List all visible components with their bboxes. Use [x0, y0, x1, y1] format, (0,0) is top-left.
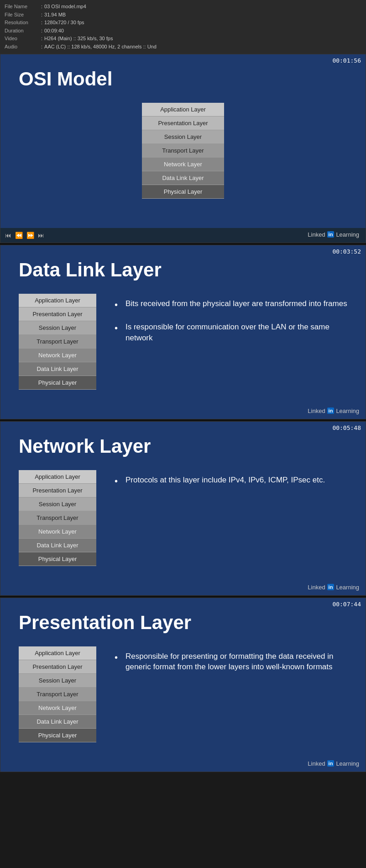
osi-layer-data-link-layer: Data Link Layer — [19, 539, 96, 552]
linkedin-badge-3: Linked in Learning — [308, 584, 359, 591]
slide4-body: Application LayerPresentation LayerSessi… — [19, 646, 347, 742]
osi-layer-data-link-layer: Data Link Layer — [142, 171, 224, 185]
linkedin-badge-2: Linked in Learning — [308, 408, 359, 414]
learning-text-4: Learning — [336, 760, 359, 767]
learning-text: Learning — [336, 231, 359, 238]
learning-text-3: Learning — [336, 584, 359, 591]
osi-layer-physical-layer: Physical Layer — [19, 376, 96, 390]
timestamp-slide1: 00:01:56 — [332, 57, 361, 64]
slide4-content: Presentation Layer Application LayerPres… — [0, 598, 366, 772]
osi-layer-transport-layer: Transport Layer — [142, 144, 224, 158]
filename-label: File Name — [5, 3, 41, 11]
resolution-label: Resolution — [5, 19, 41, 27]
osi-layer-network-layer: Network Layer — [19, 701, 96, 715]
duration-value: 00:09:40 — [44, 27, 158, 35]
filesize-label: File Size — [5, 11, 41, 19]
osi-layer-presentation-layer: Presentation Layer — [19, 307, 96, 321]
slide3-content: Network Layer Application LayerPresentat… — [0, 422, 366, 595]
osi-layer-transport-layer: Transport Layer — [19, 335, 96, 349]
slide2-body: Application LayerPresentation LayerSessi… — [19, 294, 347, 390]
slide-data-link: 00:03:52 Data Link Layer Application Lay… — [0, 245, 366, 419]
audio-label: Audio — [5, 43, 41, 51]
osi-layer-network-layer: Network Layer — [142, 158, 224, 171]
filesize-value: 31.94 MB — [44, 11, 158, 19]
osi-layer-physical-layer: Physical Layer — [142, 185, 224, 199]
slide4-title: Presentation Layer — [19, 612, 347, 634]
osi-layer-transport-layer: Transport Layer — [19, 688, 96, 701]
slide2-bullets: Bits received from the physical layer ar… — [115, 298, 347, 356]
slide4-bullets: Responsible for presenting or formatting… — [115, 651, 347, 686]
linkedin-in-badge-4: in — [327, 760, 335, 767]
bullet-item-1: Is responsible for communication over th… — [115, 322, 347, 344]
slide3-title: Network Layer — [19, 435, 347, 457]
bullet-item-0: Bits received from the physical layer ar… — [115, 298, 347, 309]
linkedin-text: Linked — [308, 231, 325, 238]
slide2-content: Data Link Layer Application LayerPresent… — [0, 245, 366, 419]
control-icon-2[interactable]: ⏪ — [15, 232, 23, 239]
linkedin-text-4: Linked — [308, 760, 325, 767]
linkedin-in-badge-2: in — [327, 408, 335, 414]
osi-layer-session-layer: Session Layer — [19, 674, 96, 688]
resolution-value: 1280x720 / 30 fps — [44, 19, 158, 27]
slide-osi-model: 00:01:56 OSI Model Application LayerPres… — [0, 54, 366, 243]
learning-text-2: Learning — [336, 408, 359, 414]
osi-layer-application-layer: Application Layer — [142, 103, 224, 116]
linkedin-text-3: Linked — [308, 584, 325, 591]
osi-layer-network-layer: Network Layer — [19, 349, 96, 362]
slide1-title: OSI Model — [19, 68, 347, 90]
linkedin-text-2: Linked — [308, 408, 325, 414]
linkedin-badge-1: Linked in Learning — [308, 231, 359, 238]
slide3-body: Application LayerPresentation LayerSessi… — [19, 470, 347, 566]
linkedin-in-badge-3: in — [327, 584, 335, 590]
timestamp-slide3: 00:05:48 — [332, 424, 361, 431]
osi-layer-session-layer: Session Layer — [142, 130, 224, 144]
osi-stack-slide3: Application LayerPresentation LayerSessi… — [19, 470, 96, 566]
osi-stack-slide4: Application LayerPresentation LayerSessi… — [19, 646, 96, 742]
bullet-item-0: Protocols at this layer include IPv4, IP… — [115, 475, 325, 486]
linkedin-in-badge: in — [327, 231, 335, 238]
slide2-title: Data Link Layer — [19, 259, 347, 281]
filename-value: 03 OSI model.mp4 — [44, 3, 158, 11]
osi-layer-transport-layer: Transport Layer — [19, 511, 96, 525]
video-label: Video — [5, 35, 41, 43]
osi-layer-presentation-layer: Presentation Layer — [19, 484, 96, 498]
osi-layer-session-layer: Session Layer — [19, 321, 96, 335]
audio-value: AAC (LC) :: 128 kb/s, 48000 Hz, 2 channe… — [44, 43, 158, 51]
osi-layer-physical-layer: Physical Layer — [19, 729, 96, 742]
osi-layer-application-layer: Application Layer — [19, 470, 96, 484]
timestamp-slide4: 00:07:44 — [332, 601, 361, 608]
slide3-bullets: Protocols at this layer include IPv4, IP… — [115, 475, 325, 498]
osi-layer-presentation-layer: Presentation Layer — [142, 116, 224, 130]
osi-layer-data-link-layer: Data Link Layer — [19, 715, 96, 729]
file-info-panel: File Name : 03 OSI model.mp4 File Size :… — [0, 0, 366, 54]
osi-layer-network-layer: Network Layer — [19, 525, 96, 539]
control-icon-1[interactable]: ⏮ — [5, 232, 11, 239]
osi-layer-presentation-layer: Presentation Layer — [19, 660, 96, 674]
osi-stack-slide1: Application LayerPresentation LayerSessi… — [142, 103, 224, 199]
osi-stack-slide2: Application LayerPresentation LayerSessi… — [19, 294, 96, 390]
osi-layer-application-layer: Application Layer — [19, 294, 96, 307]
slide-presentation: 00:07:44 Presentation Layer Application … — [0, 598, 366, 772]
video-value: H264 (Main) :: 325 kb/s, 30 fps — [44, 35, 158, 43]
osi-layer-data-link-layer: Data Link Layer — [19, 362, 96, 376]
control-icon-3[interactable]: ⏩ — [26, 232, 34, 239]
linkedin-badge-4: Linked in Learning — [308, 760, 359, 767]
osi-layer-session-layer: Session Layer — [19, 498, 96, 511]
duration-label: Duration — [5, 27, 41, 35]
timestamp-slide2: 00:03:52 — [332, 248, 361, 255]
slide1-stack-wrap: Application LayerPresentation LayerSessi… — [19, 103, 347, 199]
control-icon-4[interactable]: ⏭ — [38, 232, 44, 239]
slide-network: 00:05:48 Network Layer Application Layer… — [0, 421, 366, 596]
bullet-item-0: Responsible for presenting or formatting… — [115, 651, 347, 673]
osi-layer-application-layer: Application Layer — [19, 646, 96, 660]
osi-layer-physical-layer: Physical Layer — [19, 552, 96, 566]
slide1-content: OSI Model Application LayerPresentation … — [0, 54, 366, 228]
